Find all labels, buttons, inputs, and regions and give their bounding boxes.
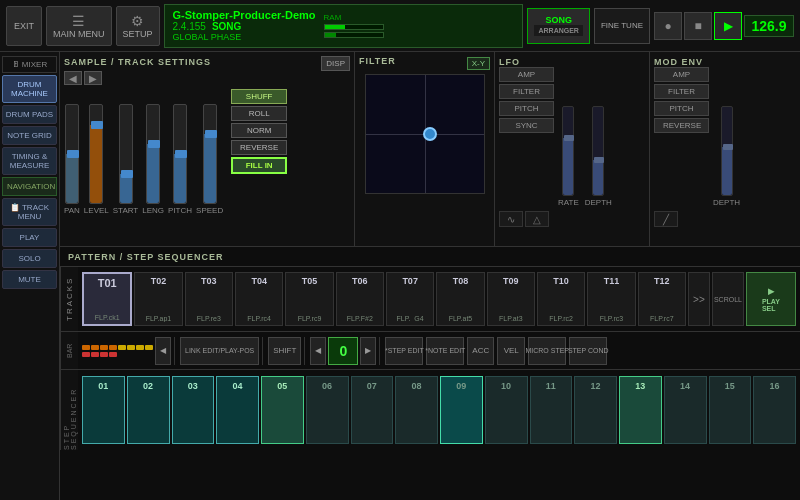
step-pad-10[interactable]: 10: [485, 376, 528, 444]
record-button[interactable]: ●: [654, 12, 682, 40]
step-pad-14[interactable]: 14: [664, 376, 707, 444]
track-cell-t09[interactable]: T09 FLP.at3: [487, 272, 535, 326]
step-edit-button[interactable]: *STEP EDIT: [385, 337, 423, 365]
filter-pad[interactable]: [365, 74, 485, 194]
link-edit-button[interactable]: LINK EDIT/PLAY-POS: [180, 337, 259, 365]
tracks-label: TRACKS: [60, 267, 78, 331]
pos-left-button[interactable]: ◀: [310, 337, 326, 365]
norm-button[interactable]: NORM: [231, 123, 287, 138]
step-pad-04[interactable]: 04: [216, 376, 259, 444]
shift-section: SHIFT: [268, 337, 305, 365]
step-pad-08[interactable]: 08: [395, 376, 438, 444]
lfo-filter-button[interactable]: FILTER: [499, 84, 554, 99]
track-cell-t03[interactable]: T03 FLP.re3: [185, 272, 233, 326]
step-pad-02[interactable]: 02: [127, 376, 170, 444]
fillin-button[interactable]: FILL IN: [231, 157, 287, 174]
sidebar-item-mixer[interactable]: 🎚 MIXER: [2, 56, 57, 73]
track-num: T07: [402, 276, 418, 286]
lfo-shape-sine[interactable]: ∿: [499, 211, 523, 227]
nav-right-button[interactable]: ▶: [84, 71, 102, 85]
step-pad-06[interactable]: 06: [306, 376, 349, 444]
lfo-depth-slider[interactable]: [592, 106, 604, 196]
leng-slider[interactable]: [146, 104, 160, 204]
step-pad-15[interactable]: 15: [709, 376, 752, 444]
play-sel-button[interactable]: ▶PLAYSEL: [746, 272, 796, 326]
reverse-button[interactable]: REVERSE: [231, 140, 287, 155]
pan-slider[interactable]: [65, 104, 79, 204]
lfo-amp-button[interactable]: AMP: [499, 67, 554, 82]
exit-button[interactable]: EXIT: [6, 6, 42, 46]
mod-env-filter-button[interactable]: FILTER: [654, 84, 709, 99]
step-cond-button[interactable]: STEP COND: [569, 337, 607, 365]
level-slider[interactable]: [89, 104, 103, 204]
track-cell-t02[interactable]: T02 FLP.ap1: [134, 272, 182, 326]
track-cell-t04[interactable]: T04 FLP.rc4: [235, 272, 283, 326]
stop-button[interactable]: ■: [684, 12, 712, 40]
song-button[interactable]: SONG ARRANGER: [527, 8, 589, 44]
track-cell-t06[interactable]: T06 FLP.F#2: [336, 272, 384, 326]
sidebar-item-drum-pads[interactable]: DRUM PADS: [2, 105, 57, 124]
sidebar-item-track-menu[interactable]: 📋 TRACK MENU: [2, 198, 57, 226]
mod-env-pitch-button[interactable]: PITCH: [654, 101, 709, 116]
scroll-button[interactable]: SCROLL: [712, 272, 744, 326]
track-cell-t07[interactable]: T07 FLP._G4: [386, 272, 434, 326]
sidebar-item-play[interactable]: PLAY: [2, 228, 57, 247]
setup-button[interactable]: ⚙ SETUP: [116, 6, 160, 46]
bar-section: ◀: [82, 337, 175, 365]
step-pad-03[interactable]: 03: [172, 376, 215, 444]
disp-button[interactable]: DISP: [321, 56, 350, 71]
track-cell-t10[interactable]: T10 FLP.rc2: [537, 272, 585, 326]
lfo-shape-triangle[interactable]: △: [525, 211, 549, 227]
micro-step-button[interactable]: MICRO STEP: [528, 337, 566, 365]
step-pad-01[interactable]: 01: [82, 376, 125, 444]
tracks-chevron-button[interactable]: >>: [688, 272, 710, 326]
track-cell-t08[interactable]: T08 FLP.at5: [436, 272, 484, 326]
sidebar-item-mute[interactable]: MUTE: [2, 270, 57, 289]
acc-button[interactable]: ACC: [467, 337, 494, 365]
shift-button[interactable]: SHIFT: [268, 337, 301, 365]
fine-tune-button[interactable]: FINE TUNE: [594, 8, 650, 44]
play-button[interactable]: ▶: [714, 12, 742, 40]
sidebar-item-drum-machine[interactable]: DRUM MACHINE: [2, 75, 57, 103]
step-pad-13[interactable]: 13: [619, 376, 662, 444]
note-grid-label: NOTE GRID: [7, 131, 51, 140]
pos-right-button[interactable]: ▶: [360, 337, 376, 365]
step-pad-11[interactable]: 11: [530, 376, 573, 444]
lfo-pitch-button[interactable]: PITCH: [499, 101, 554, 116]
mod-env-amp-button[interactable]: AMP: [654, 67, 709, 82]
track-cell-t12[interactable]: T12 FLP.rc7: [638, 272, 686, 326]
track-cell-t11[interactable]: T11 FLP.rc3: [587, 272, 635, 326]
xy-button[interactable]: X-Y: [467, 57, 490, 70]
mod-env-reverse-button[interactable]: REVERSE: [654, 118, 709, 133]
mod-env-shape-btn[interactable]: ╱: [654, 211, 678, 227]
vel-button[interactable]: VEL: [497, 337, 525, 365]
track-cell-t01[interactable]: T01 FLP.ck1: [82, 272, 132, 326]
step-pad-05[interactable]: 05: [261, 376, 304, 444]
bar-dot-11: [100, 352, 108, 357]
pan-slider-col: PAN: [64, 104, 80, 215]
sidebar-item-note-grid[interactable]: NOTE GRID: [2, 126, 57, 145]
roll-button[interactable]: ROLL: [231, 106, 287, 121]
step-pad-09[interactable]: 09: [440, 376, 483, 444]
pitch-slider[interactable]: [173, 104, 187, 204]
nav-left-button[interactable]: ◀: [64, 71, 82, 85]
lfo-rate-slider[interactable]: [562, 106, 574, 196]
step-pad-16[interactable]: 16: [753, 376, 796, 444]
sidebar-item-timing[interactable]: TIMING & MEASURE: [2, 147, 57, 175]
speed-slider[interactable]: [203, 104, 217, 204]
note-edit-button[interactable]: *NOTE EDIT: [426, 337, 464, 365]
sidebar-item-navigation[interactable]: NAVIGATION: [2, 177, 57, 196]
main-menu-button[interactable]: ☰ MAIN MENU: [46, 6, 112, 46]
step-pad-12[interactable]: 12: [574, 376, 617, 444]
shuff-button[interactable]: SHUFF: [231, 89, 287, 104]
bar-left-button[interactable]: ◀: [155, 337, 171, 365]
track-cell-t05[interactable]: T05 FLP.rc9: [285, 272, 333, 326]
step-pad-07[interactable]: 07: [351, 376, 394, 444]
bpm-display: 126.9: [744, 15, 794, 37]
start-slider[interactable]: [119, 104, 133, 204]
timing-label: TIMING & MEASURE: [10, 152, 50, 170]
track-name: FLP.ap1: [136, 315, 180, 322]
sidebar-item-solo[interactable]: SOLO: [2, 249, 57, 268]
mod-env-depth-slider[interactable]: [721, 106, 733, 196]
lfo-sync-button[interactable]: SYNC: [499, 118, 554, 133]
